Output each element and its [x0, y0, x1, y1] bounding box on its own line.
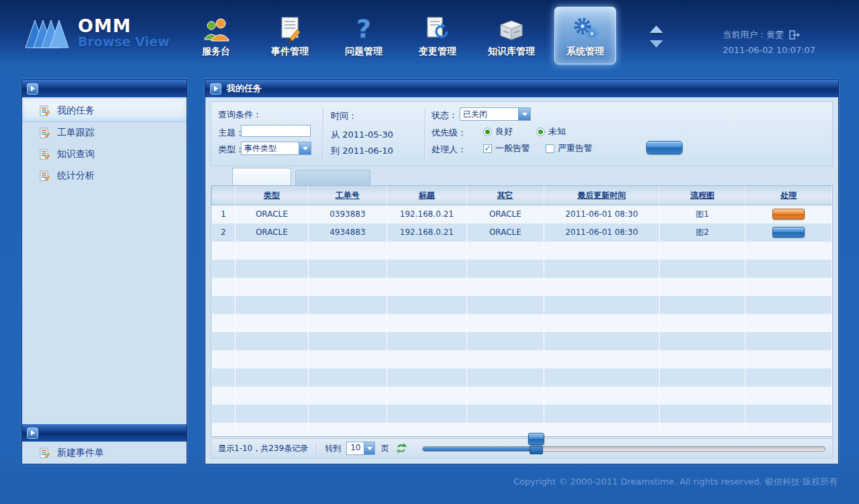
pager-divider: [316, 443, 317, 454]
priority-label: 优先级：: [432, 127, 466, 139]
priority-option-unknown[interactable]: 未知: [536, 125, 566, 138]
sidebar-item-label: 我的任务: [57, 105, 95, 117]
table-empty-row: [212, 423, 832, 438]
nav-item-change-management[interactable]: 变更管理: [407, 7, 468, 64]
radio-on-icon[interactable]: [483, 128, 492, 136]
tabs: [211, 166, 833, 185]
task-table-body: 1 ORACLE 0393883 192.168.0.21 ORACLE 201…: [212, 205, 832, 438]
cell-other: ORACLE: [466, 205, 544, 223]
sort-link[interactable]: 处理: [780, 191, 797, 200]
handler-option-general-alarm[interactable]: ✓ 一般告警: [483, 142, 530, 154]
slider-handle[interactable]: [528, 433, 544, 445]
col-header-process: 处理: [746, 186, 832, 205]
col-header-order-no: 工单号: [308, 186, 387, 205]
slider-track[interactable]: [422, 446, 825, 452]
cell-index: 2: [212, 223, 236, 242]
handler-option-label: 一般告警: [495, 142, 530, 154]
service-desk-icon: [203, 13, 230, 42]
col-header-type: 类型: [236, 186, 308, 205]
checkbox-checked-icon[interactable]: ✓: [483, 144, 492, 153]
cell-order-no: 4934883: [308, 223, 387, 242]
time-to-value: 到 2011-06-10: [331, 145, 393, 157]
task-doc-icon: [40, 170, 50, 181]
time-label: 时间：: [331, 110, 357, 122]
cell-process: [746, 223, 832, 242]
nav-item-service-desk[interactable]: 服务台: [185, 7, 247, 64]
sidebar-item-order-tracking[interactable]: 工单跟踪: [22, 122, 187, 144]
panel-body: 查询条件： 主题： 类型： 事件类型 时间： 从 2011-05-30 到 20…: [205, 97, 838, 464]
sort-link[interactable]: 其它: [497, 191, 513, 200]
sidebar-item-statistics[interactable]: 统计分析: [22, 165, 187, 187]
tab-1[interactable]: [232, 168, 291, 185]
nav-label: 事件管理: [271, 46, 309, 58]
svg-text:?: ?: [356, 15, 371, 42]
nav-item-event-management[interactable]: 事件管理: [259, 7, 321, 64]
sort-link[interactable]: 最后更新时间: [577, 191, 625, 200]
handler-option-severe-alarm[interactable]: 严重告警: [546, 142, 593, 154]
filter-panel: 查询条件： 主题： 类型： 事件类型 时间： 从 2011-05-30 到 20…: [211, 101, 833, 166]
flow-chart-link[interactable]: 图1: [696, 209, 709, 219]
cell-type: ORACLE: [236, 223, 308, 242]
sidebar-collapse-arrow-icon[interactable]: [27, 83, 38, 95]
status-select-value: 已关闭: [460, 108, 518, 120]
sort-link[interactable]: 标题: [419, 191, 435, 200]
logo-subtitle: Browse View: [78, 36, 170, 49]
tab-2[interactable]: [295, 170, 370, 185]
sort-link[interactable]: 工单号: [336, 191, 360, 200]
col-header-index: [212, 186, 236, 205]
handler-option-label: 严重告警: [558, 142, 593, 154]
sidebar-item-my-tasks[interactable]: 我的任务: [22, 99, 187, 122]
sort-link[interactable]: 类型: [264, 191, 280, 200]
task-doc-icon: [40, 105, 50, 116]
knowledge-base-icon: [498, 13, 525, 42]
checkbox-unchecked-icon[interactable]: [546, 144, 554, 153]
nav-down-arrow-icon[interactable]: [650, 40, 663, 48]
nav-item-problem-management[interactable]: ? 问题管理: [333, 7, 395, 64]
page-unit-label: 页: [381, 443, 389, 454]
page-size-select[interactable]: 10: [346, 442, 375, 455]
nav-up-arrow-icon[interactable]: [650, 26, 663, 33]
search-button[interactable]: [646, 141, 683, 154]
sidebar-item-new-ticket[interactable]: 新建事件单: [22, 442, 187, 464]
chevron-down-icon[interactable]: [518, 108, 530, 120]
chevron-down-icon[interactable]: [299, 142, 311, 154]
table-row[interactable]: 2 ORACLE 4934883 192.168.0.21 ORACLE 201…: [212, 223, 832, 242]
table-empty-row: [212, 368, 832, 387]
nav-item-system-management[interactable]: 系统管理: [554, 7, 616, 64]
nav-label: 问题管理: [345, 46, 383, 58]
sidebar-bottom-arrow-icon[interactable]: [27, 427, 38, 439]
filter-divider: [323, 107, 323, 160]
type-select[interactable]: 事件类型: [241, 142, 311, 155]
subject-input[interactable]: [241, 125, 311, 137]
priority-option-good[interactable]: 良好: [483, 125, 513, 138]
pagination-bar: 显示1-10，共239条记录 转到 10 页: [211, 438, 833, 458]
sidebar-spacer: [22, 187, 187, 424]
chevron-down-icon[interactable]: [364, 442, 374, 454]
nav-label: 系统管理: [566, 46, 604, 58]
table-row[interactable]: 1 ORACLE 0393883 192.168.0.21 ORACLE 201…: [212, 205, 832, 223]
logo-mark-icon: [24, 16, 74, 50]
page: OMM Browse View 服务台: [0, 0, 859, 504]
scroll-slider[interactable]: [422, 439, 825, 458]
cell-updated: 2011-06-01 08:30: [544, 223, 660, 242]
type-select-value: 事件类型: [242, 142, 299, 154]
sort-link[interactable]: 流程图: [691, 191, 715, 200]
task-doc-icon: [40, 128, 50, 138]
refresh-icon[interactable]: [395, 443, 407, 454]
sidebar-item-knowledge-query[interactable]: 知识查询: [22, 144, 187, 165]
priority-option-label: 良好: [495, 125, 513, 138]
radio-on-icon[interactable]: [536, 128, 545, 136]
sidebar-item-label: 工单跟踪: [57, 127, 95, 139]
slider-notch[interactable]: [529, 446, 543, 454]
sidebar-item-label: 统计分析: [57, 170, 95, 182]
cell-title: 192.168.0.21: [387, 223, 467, 242]
flow-chart-link[interactable]: 图2: [696, 228, 709, 237]
sidebar-menu: 我的任务 工单跟踪: [22, 97, 187, 187]
process-button[interactable]: [772, 227, 805, 238]
logout-icon[interactable]: [789, 30, 800, 40]
process-button[interactable]: [772, 209, 805, 219]
nav-label: 变更管理: [419, 46, 456, 58]
status-label: 状态：: [432, 109, 458, 121]
status-select[interactable]: 已关闭: [460, 107, 531, 121]
nav-item-knowledge-base[interactable]: 知识库管理: [481, 7, 542, 64]
